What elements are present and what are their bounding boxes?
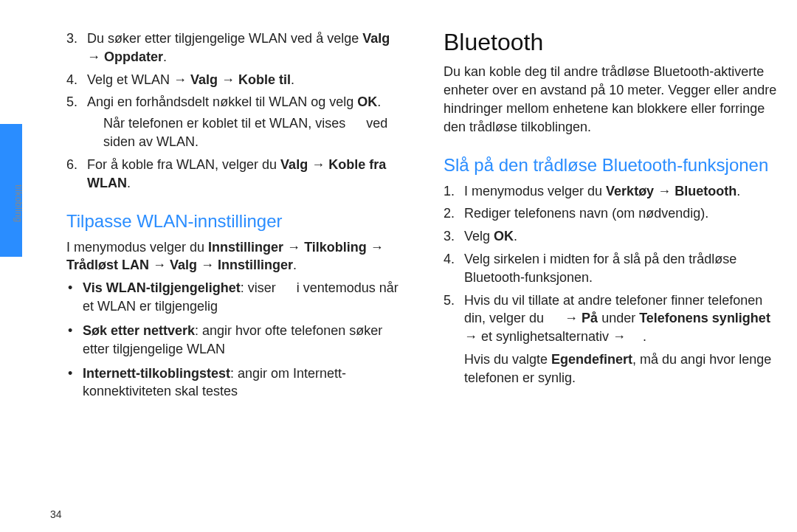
side-tab-label: tilkobling: [13, 184, 24, 223]
right-column: Bluetooth Du kan koble deg til andre trå…: [444, 30, 782, 517]
wlan-status-icon: [349, 117, 362, 128]
arrow: →: [149, 258, 170, 272]
bold: Valg: [190, 72, 218, 87]
bold: Innstillinger: [208, 240, 283, 255]
heading-sla-pa-bluetooth: Slå på den trådløse Bluetooth-funksjonen: [444, 154, 782, 176]
bold: Koble til: [238, 72, 291, 87]
bullet-sok-nettverk: Søk etter nettverk: angir hvor ofte tele…: [66, 322, 405, 359]
arrow: →: [87, 49, 104, 64]
bold: Valg: [362, 31, 390, 46]
text: : viser: [241, 280, 280, 295]
page-number: 34: [50, 508, 62, 520]
text: et synlighetsalternativ →: [481, 329, 629, 344]
text: Når telefonen er koblet til et WLAN, vis…: [103, 116, 349, 131]
bold: Tilkobling: [304, 240, 367, 255]
bt-step-4: Velg sirkelen i midten for å slå på den …: [444, 250, 782, 287]
bullet-internett-test: Internett-tilkoblingstest: angir om Inte…: [66, 365, 405, 401]
bold: Oppdater: [104, 49, 163, 64]
bold: Valg: [170, 258, 197, 272]
wlan-step-6: For å koble fra WLAN, velger du Valg → K…: [66, 156, 405, 193]
bold: Vis WLAN-tilgjengelighet: [83, 280, 241, 295]
bold: Telefonens synlighet: [639, 311, 770, 325]
heading-tilpasse-wlan: Tilpasse WLAN-innstillinger: [66, 210, 405, 232]
confirm-icon: [629, 331, 643, 341]
bluetooth-intro: Du kan koble deg til andre trådløse Blue…: [444, 63, 782, 136]
text: under: [598, 311, 639, 325]
text: .: [293, 258, 297, 272]
wlan-step-5-note: Når telefonen er koblet til et WLAN, vis…: [87, 114, 405, 151]
wlan-settings-path: I menymodus velger du Innstillinger → Ti…: [66, 238, 405, 275]
text: For å koble fra WLAN, velger du: [87, 157, 280, 172]
wlan-step-5: Angi en forhåndsdelt nøkkel til WLAN og …: [66, 93, 405, 151]
page-content: Du søker etter tilgjengelige WLAN ved å …: [44, 30, 782, 517]
bt-step-5: Hvis du vil tillate at andre telefoner f…: [444, 291, 782, 346]
bold: Verktøy: [606, 184, 654, 198]
text: Angi en forhåndsdelt nøkkel til WLAN og …: [87, 94, 357, 109]
text: I menymodus velger du: [464, 184, 606, 198]
bt-step-3: Velg OK.: [444, 227, 782, 246]
text: Velg: [464, 229, 494, 243]
text: .: [127, 176, 131, 190]
arrow: →: [197, 258, 218, 272]
bold: Bluetooth: [674, 184, 736, 198]
bold: Egendefinert: [551, 352, 632, 367]
arrow: →: [464, 329, 481, 344]
text: I menymodus velger du: [66, 240, 208, 255]
bold: Internett-tilkoblingstest: [83, 366, 230, 381]
arrow: →: [654, 184, 674, 198]
bold: Søk etter nettverk: [83, 323, 195, 338]
arrow: →: [308, 157, 328, 172]
bullet-vis-wlan: Vis WLAN-tilgjengelighet: viser i ventem…: [66, 279, 405, 316]
text: .: [643, 329, 646, 344]
wlan-settings-bullets: Vis WLAN-tilgjengelighet: viser i ventem…: [66, 279, 405, 401]
text: Velg sirkelen i midten for å slå på den …: [464, 252, 736, 285]
text: .: [163, 49, 167, 64]
bold: OK: [494, 229, 514, 243]
wlan-step-4: Velg et WLAN → Valg → Koble til.: [66, 71, 405, 89]
arrow: →: [283, 240, 304, 255]
text: Du søker etter tilgjengelige WLAN ved å …: [87, 31, 362, 46]
bold: Valg: [280, 157, 308, 172]
bluetooth-steps-list: I menymodus velger du Verktøy → Bluetoot…: [444, 182, 782, 347]
heading-bluetooth: Bluetooth: [444, 30, 782, 55]
wlan-step-3: Du søker etter tilgjengelige WLAN ved å …: [66, 30, 405, 66]
bt-step-2: Rediger telefonens navn (om nødvendig).: [444, 204, 782, 223]
side-tab: [0, 0, 22, 532]
options-icon: [548, 312, 561, 322]
bt-tail-note: Hvis du valgte Egendefinert, må du angi …: [444, 350, 782, 387]
arrow: →: [367, 240, 384, 255]
wlan-steps-list: Du søker etter tilgjengelige WLAN ved å …: [66, 30, 405, 193]
left-column: Du søker etter tilgjengelige WLAN ved å …: [44, 30, 405, 517]
text: .: [291, 72, 294, 87]
text: .: [377, 94, 381, 109]
text: .: [514, 229, 517, 243]
bt-step-1: I menymodus velger du Verktøy → Bluetoot…: [444, 182, 782, 201]
wlan-availability-icon: [280, 282, 293, 292]
text: Hvis du valgte: [464, 352, 551, 367]
text: Velg et WLAN →: [87, 72, 190, 87]
arrow: →: [218, 72, 238, 87]
arrow: →: [561, 311, 582, 325]
text: Rediger telefonens navn (om nødvendig).: [464, 206, 708, 221]
bold: Trådløst LAN: [66, 258, 149, 272]
bold: Innstillinger: [218, 258, 293, 272]
text: .: [736, 184, 740, 198]
bold: OK: [357, 94, 377, 109]
bold: På: [582, 311, 598, 325]
